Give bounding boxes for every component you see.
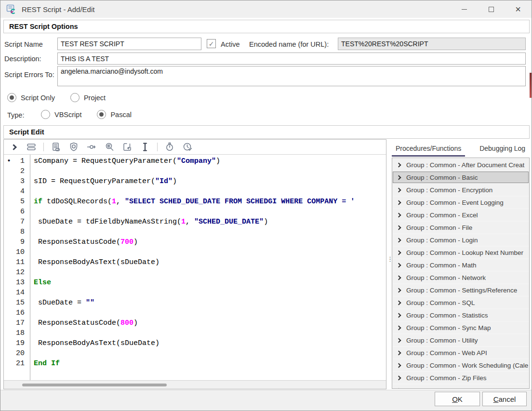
radio-script-only[interactable]: Script Only	[7, 93, 55, 102]
code-line[interactable]: 10	[4, 247, 386, 257]
code-line[interactable]: 2	[4, 166, 386, 176]
zoom-search-icon[interactable]	[104, 141, 115, 153]
shield-check-icon[interactable]	[68, 141, 80, 153]
cancel-button[interactable]: Cancel	[482, 392, 527, 406]
group-list-item[interactable]: Group : Common - Encryption	[393, 184, 529, 196]
group-label: Group : Common - File	[406, 224, 472, 231]
code-text: ResponseStatusCode(700)	[30, 237, 138, 247]
chevron-right-icon	[397, 363, 401, 368]
line-number: 14	[4, 288, 30, 298]
group-label: Group : Common - Statistics	[406, 312, 488, 319]
ok-button[interactable]: OK	[435, 392, 480, 406]
watch-variable-icon[interactable]	[86, 141, 97, 153]
group-list-item[interactable]: Group : Common - Math	[393, 259, 529, 271]
group-list-item[interactable]: Group : Common - Excel	[393, 209, 529, 221]
group-list-item[interactable]: Group : Common - Event Logging	[393, 197, 529, 208]
group-list-item[interactable]: Group : Common - Basic	[393, 172, 529, 183]
options-section-header: REST Script Options	[3, 20, 530, 33]
group-list-item[interactable]: Group : Common - After Document Creat	[393, 159, 529, 171]
code-line[interactable]: 4	[4, 186, 386, 197]
description-label: Description:	[4, 55, 41, 63]
group-list-item[interactable]: Group : Common - Web API	[393, 347, 529, 358]
group-label: Group : Common - Sync Map	[406, 324, 491, 331]
text-cursor-icon[interactable]	[139, 141, 151, 153]
code-line[interactable]: 16	[4, 308, 386, 318]
code-area[interactable]: 1sCompany = RequestQueryParameter("Compa…	[4, 155, 386, 380]
chevron-right-icon	[397, 175, 401, 180]
code-text	[30, 247, 34, 257]
code-line[interactable]: 19 ResponseBodyAsText(sDueDate)	[4, 338, 386, 348]
code-line[interactable]: 18	[4, 328, 386, 338]
group-label: Group : Common - Encryption	[406, 186, 492, 194]
code-line[interactable]: 14	[4, 288, 386, 298]
chevron-right-icon	[397, 375, 401, 380]
group-list-item[interactable]: Group : Common - Network	[393, 272, 529, 283]
group-list-item[interactable]: Group : Common - Statistics	[393, 309, 529, 321]
code-line[interactable]: 8	[4, 227, 386, 237]
group-label: Group : Common - Zip Files	[406, 374, 487, 382]
script-edit-section-title: Script Edit	[9, 128, 44, 136]
radio-label: Pascal	[110, 111, 132, 119]
code-line[interactable]: 12	[4, 267, 386, 278]
app-icon	[6, 4, 17, 14]
clock-check-icon[interactable]	[182, 141, 193, 153]
code-line[interactable]: 21End If	[4, 358, 386, 369]
group-list-item[interactable]: Group : Common - Login	[393, 234, 529, 246]
description-input[interactable]	[57, 53, 526, 65]
code-line[interactable]: 20	[4, 348, 386, 358]
code-line[interactable]: 3sID = RequestQueryParameter("Id")	[4, 176, 386, 186]
group-label: Group : Common - Network	[406, 274, 486, 281]
group-label: Group : Common - Math	[406, 262, 477, 269]
script-name-input[interactable]	[57, 38, 201, 50]
code-line[interactable]: 17 ResponseStatusCode(800)	[4, 318, 386, 328]
code-text	[30, 227, 34, 237]
group-list-item[interactable]: Group : Common - Utility	[393, 334, 529, 346]
close-button[interactable]: ×	[505, 0, 532, 18]
code-line[interactable]: 15 sDueDate = ""	[4, 298, 386, 308]
line-number: 9	[4, 237, 30, 247]
line-number: 13	[4, 278, 30, 288]
radio-project[interactable]: Project	[70, 93, 106, 102]
code-line[interactable]: 5if tdDoSQLRecords(1, "SELECT SCHED_DUE_…	[4, 197, 386, 207]
encoded-name-field	[338, 38, 526, 50]
code-line[interactable]: 6	[4, 207, 386, 217]
run-icon[interactable]	[8, 141, 19, 153]
radio-circle-icon[interactable]	[7, 93, 16, 102]
tab-procedures-functions[interactable]: Procedures/Functions	[392, 143, 465, 157]
tab-debugging-log[interactable]: Debugging Log	[476, 143, 529, 157]
code-line[interactable]: 1sCompany = RequestQueryParameter("Compa…	[4, 156, 386, 166]
group-list-item[interactable]: Group : Common - Zip Files	[393, 372, 529, 384]
group-list-item[interactable]: Group : Common - SQL	[393, 297, 529, 308]
code-line[interactable]: 7 sDueDate = tdFieldbyNameAsString(1, "S…	[4, 217, 386, 227]
radio-circle-icon[interactable]	[97, 110, 106, 119]
maximize-button[interactable]	[478, 0, 505, 18]
group-list-item[interactable]: Group : Common - Lookup Next Number	[393, 247, 529, 258]
active-checkbox[interactable]: ✓	[207, 39, 216, 48]
radio-circle-icon[interactable]	[70, 93, 80, 102]
group-list-item-partial[interactable]	[393, 384, 529, 389]
format-lines-icon[interactable]	[26, 141, 37, 153]
goto-line-icon[interactable]	[121, 141, 133, 153]
radio-label: Project	[84, 94, 106, 102]
radio-pascal[interactable]: Pascal	[97, 110, 132, 119]
maximize-icon	[489, 7, 494, 12]
line-number: 16	[4, 308, 30, 318]
radio-circle-icon[interactable]	[41, 110, 50, 119]
scrollbar-thumb[interactable]	[22, 384, 167, 386]
code-text: sDueDate = tdFieldbyNameAsString(1, "SCH…	[30, 217, 268, 227]
group-list-item[interactable]: Group : Common - Sync Map	[393, 322, 529, 333]
code-line[interactable]: 11 ResponseBodyAsText(sDueDate)	[4, 257, 386, 267]
radio-vbscript[interactable]: VBScript	[41, 110, 81, 119]
minimize-button[interactable]	[451, 0, 478, 18]
stopwatch-icon[interactable]	[164, 141, 175, 153]
group-list-item[interactable]: Group : Common - File	[393, 222, 529, 233]
script-errors-input[interactable]: angelena.marciano@indysoft.com	[57, 66, 526, 86]
script-report-icon[interactable]	[50, 141, 62, 153]
code-line[interactable]: 13Else	[4, 278, 386, 288]
horizontal-scrollbar[interactable]	[4, 380, 386, 389]
group-list-item[interactable]: Group : Common - Settings/Reference	[393, 284, 529, 296]
code-line[interactable]: 9 ResponseStatusCode(700)	[4, 237, 386, 247]
gutter-separator	[30, 155, 30, 380]
group-list-item[interactable]: Group : Common - Work Scheduling (Cale	[393, 359, 529, 371]
splitter-grip[interactable]: ⋮⋮	[387, 257, 391, 270]
